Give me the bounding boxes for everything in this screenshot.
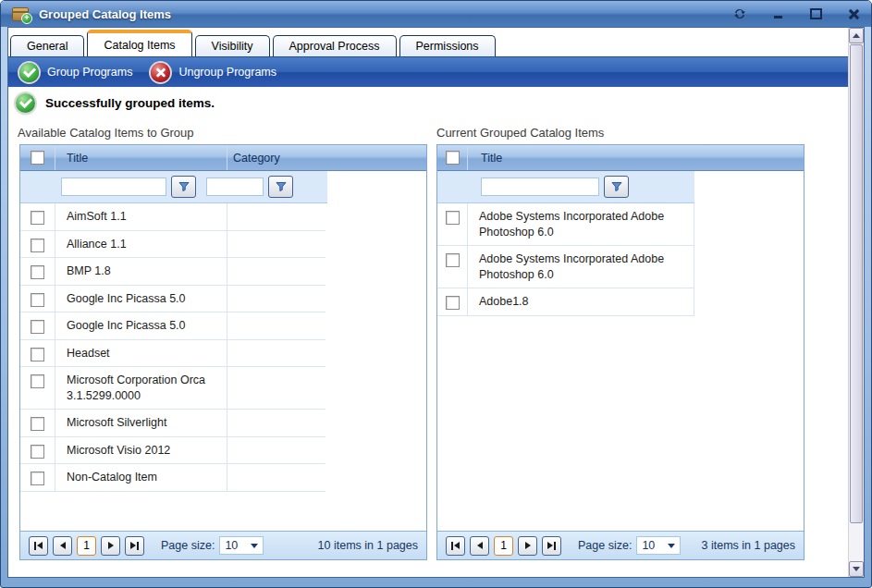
close-icon[interactable] (847, 7, 860, 20)
pager-page-button[interactable]: 1 (77, 536, 96, 556)
row-checkbox[interactable] (31, 239, 44, 252)
row-checkbox[interactable] (31, 374, 44, 388)
package-plus-icon: + (12, 7, 29, 21)
title-filter-input[interactable] (481, 178, 599, 196)
row-category (227, 367, 325, 409)
row-title: BMP 1.8 (55, 258, 227, 285)
maximize-icon[interactable] (809, 7, 822, 20)
row-title: Adobe Systems Incorporated Adobe Photosh… (468, 246, 694, 288)
scrollbar-thumb[interactable] (850, 44, 863, 523)
tab-approval-process[interactable]: Approval Process (273, 35, 397, 56)
pager-page-button[interactable]: 1 (494, 536, 513, 556)
row-title: Google Inc Picassa 5.0 (55, 312, 227, 339)
pager-next-button[interactable] (518, 536, 537, 556)
table-row: Microsoft Corporation Orca 3.1.5299.0000 (20, 367, 325, 410)
column-header-title[interactable]: Title (55, 145, 227, 170)
row-checkbox-cell (20, 312, 55, 339)
table-row: Headset (20, 340, 325, 368)
pager-first-button[interactable] (29, 536, 48, 556)
tab-visibility[interactable]: Visibility (195, 35, 270, 56)
row-checkbox[interactable] (31, 293, 44, 307)
filter-row (437, 171, 804, 203)
row-checkbox[interactable] (31, 472, 44, 485)
pager-first-button[interactable] (446, 536, 465, 556)
column-header-title[interactable]: Title (468, 145, 804, 170)
dialog-window: + Grouped Catalog Items GeneralCatalog I… (0, 0, 872, 588)
status-message: Successfully grouped items. (16, 93, 215, 113)
right-grid-label: Current Grouped Catalog Items (436, 126, 604, 140)
row-checkbox[interactable] (31, 417, 44, 431)
pager-last-button[interactable] (125, 536, 144, 556)
grouped-items-grid: Title Adobe Systems Incorporated Adobe P… (436, 144, 804, 560)
tab-catalog-items[interactable]: Catalog Items (87, 30, 191, 56)
refresh-icon[interactable] (733, 7, 746, 20)
table-row: BMP 1.8 (20, 258, 325, 286)
table-row: Alliance 1.1 (20, 231, 325, 259)
pager-prev-button[interactable] (470, 536, 489, 556)
page-size-value: 10 (642, 539, 655, 552)
window-title: Grouped Catalog Items (39, 7, 171, 21)
pager-next-button[interactable] (101, 536, 120, 556)
row-category (227, 231, 325, 258)
category-filter-input[interactable] (206, 178, 264, 196)
group-programs-button[interactable]: Group Programs (19, 63, 132, 82)
title-filter-input[interactable] (61, 178, 166, 196)
row-checkbox-cell (437, 288, 468, 315)
table-row: Google Inc Picassa 5.0 (20, 286, 325, 313)
vertical-scrollbar[interactable] (848, 28, 864, 577)
row-checkbox-cell (20, 286, 55, 312)
row-category (227, 258, 325, 285)
tab-label: Catalog Items (104, 39, 175, 52)
row-checkbox[interactable] (31, 348, 44, 361)
category-filter-button[interactable] (268, 176, 293, 198)
header-checkbox-cell (437, 145, 468, 170)
column-header-category[interactable]: Category (227, 145, 426, 170)
window-controls (733, 7, 860, 20)
row-title: AimSoft 1.1 (55, 203, 227, 230)
row-title: Microsoft Silverlight (55, 410, 227, 436)
row-checkbox-cell (20, 437, 55, 464)
title-filter-button[interactable] (604, 176, 629, 198)
items-summary: 10 items in 1 pages (318, 539, 418, 552)
page-size-select[interactable]: 10 (636, 536, 681, 555)
tab-label: Visibility (212, 40, 253, 53)
row-title: Non-Catalog Item (55, 464, 227, 491)
row-checkbox[interactable] (446, 296, 460, 310)
row-category (227, 464, 325, 491)
row-checkbox[interactable] (31, 211, 44, 225)
title-filter-button[interactable] (171, 176, 196, 198)
grid-header: Title (437, 145, 804, 171)
row-category (227, 203, 325, 230)
minimize-icon[interactable] (771, 7, 784, 20)
tab-general[interactable]: General (10, 35, 84, 56)
page-size-select[interactable]: 10 (219, 536, 264, 555)
row-checkbox-cell (20, 340, 55, 367)
pager-prev-button[interactable] (53, 536, 72, 556)
row-checkbox-cell (437, 203, 468, 245)
ungroup-programs-button[interactable]: Ungroup Programs (151, 63, 276, 82)
table-row: Non-Catalog Item (20, 464, 325, 492)
tab-label: Permissions (416, 40, 479, 53)
row-checkbox-cell (20, 367, 55, 409)
items-summary: 3 items in 1 pages (702, 539, 795, 552)
row-checkbox[interactable] (31, 445, 44, 459)
row-title: Microsoft Corporation Orca 3.1.5299.0000 (55, 367, 227, 409)
title-bar: + Grouped Catalog Items (1, 1, 871, 27)
scroll-down-icon[interactable] (849, 561, 864, 577)
chevron-down-icon (251, 544, 258, 548)
row-checkbox[interactable] (446, 211, 460, 225)
scroll-up-icon[interactable] (849, 28, 864, 43)
tab-permissions[interactable]: Permissions (399, 35, 496, 56)
table-row: Google Inc Picassa 5.0 (20, 312, 325, 340)
group-programs-label: Group Programs (47, 66, 132, 79)
row-checkbox[interactable] (446, 253, 460, 267)
row-checkbox[interactable] (31, 320, 44, 334)
x-circle-icon (151, 63, 170, 82)
pager-last-button[interactable] (542, 536, 561, 556)
select-all-checkbox[interactable] (446, 151, 460, 165)
page-size-label: Page size: (161, 539, 215, 552)
scrollbar-track[interactable] (849, 524, 864, 561)
table-row: Microsoft Silverlight (20, 410, 325, 437)
select-all-checkbox[interactable] (31, 151, 44, 165)
row-checkbox[interactable] (31, 265, 44, 279)
